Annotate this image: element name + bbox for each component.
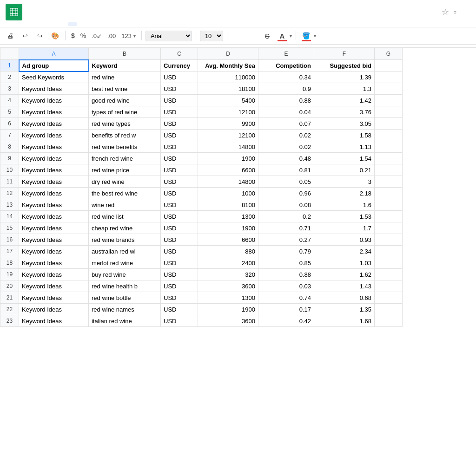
decimal-increase-button[interactable]: .00 bbox=[106, 33, 118, 39]
star-icon[interactable]: ☆ bbox=[442, 7, 449, 17]
cell-r8c1[interactable]: Keyword Ideas bbox=[19, 141, 89, 153]
strikethrough-button[interactable]: S bbox=[261, 29, 274, 42]
row-header-1[interactable]: 1 bbox=[0, 60, 19, 72]
cell-r2c7[interactable] bbox=[375, 72, 403, 83]
col-header-d[interactable]: D bbox=[198, 48, 258, 60]
cell-r9c3[interactable]: USD bbox=[161, 153, 198, 164]
cell-r18c2[interactable]: merlot red wine bbox=[89, 257, 161, 269]
cell-r4c6[interactable]: 1.42 bbox=[314, 95, 375, 106]
cell-r20c5[interactable]: 0.03 bbox=[258, 280, 314, 292]
cell-r13c7[interactable] bbox=[375, 199, 403, 211]
more-formats-button[interactable]: 123 ▾ bbox=[119, 33, 138, 39]
cell-r3c3[interactable]: USD bbox=[161, 83, 198, 95]
cell-r7c6[interactable]: 1.58 bbox=[314, 130, 375, 141]
undo-button[interactable]: ↩ bbox=[19, 29, 32, 42]
folder-icon[interactable]: ▫ bbox=[454, 7, 456, 17]
cell-r10c6[interactable]: 0.21 bbox=[314, 164, 375, 176]
cell-r19c4[interactable]: 320 bbox=[198, 269, 258, 280]
cell-r17c3[interactable]: USD bbox=[161, 246, 198, 257]
cell-r20c6[interactable]: 1.43 bbox=[314, 280, 375, 292]
cell-r12c2[interactable]: the best red wine bbox=[89, 188, 161, 199]
cell-r12c5[interactable]: 0.96 bbox=[258, 188, 314, 199]
cell-r15c1[interactable]: Keyword Ideas bbox=[19, 222, 89, 234]
redo-button[interactable]: ↪ bbox=[33, 29, 46, 42]
cell-r1c5[interactable]: Competition bbox=[258, 60, 314, 72]
cell-r16c4[interactable]: 6600 bbox=[198, 234, 258, 246]
cell-r1c4[interactable]: Avg. Monthly Sea bbox=[198, 60, 258, 72]
cell-r11c7[interactable] bbox=[375, 176, 403, 188]
cell-r3c1[interactable]: Keyword Ideas bbox=[19, 83, 89, 95]
row-header-18[interactable]: 18 bbox=[0, 257, 19, 269]
menu-file[interactable] bbox=[27, 22, 36, 26]
menu-addons[interactable] bbox=[99, 22, 108, 26]
cell-r14c2[interactable]: red wine list bbox=[89, 211, 161, 222]
cell-r22c4[interactable]: 1900 bbox=[198, 304, 258, 315]
cell-r9c6[interactable]: 1.54 bbox=[314, 153, 375, 164]
menu-insert[interactable] bbox=[58, 22, 67, 26]
cell-r6c6[interactable]: 3.05 bbox=[314, 118, 375, 130]
cell-r18c4[interactable]: 2400 bbox=[198, 257, 258, 269]
cell-r15c2[interactable]: cheap red wine bbox=[89, 222, 161, 234]
row-header-22[interactable]: 22 bbox=[0, 304, 19, 315]
cell-r22c2[interactable]: red wine names bbox=[89, 304, 161, 315]
bold-button[interactable] bbox=[231, 29, 244, 42]
cell-r4c3[interactable]: USD bbox=[161, 95, 198, 106]
cell-r12c6[interactable]: 2.18 bbox=[314, 188, 375, 199]
cell-r12c4[interactable]: 1000 bbox=[198, 188, 258, 199]
cell-r2c4[interactable]: 110000 bbox=[198, 72, 258, 83]
cell-r2c2[interactable]: red wine bbox=[89, 72, 161, 83]
cell-r21c5[interactable]: 0.74 bbox=[258, 292, 314, 304]
col-header-a[interactable]: A bbox=[19, 48, 89, 60]
cell-r15c6[interactable]: 1.7 bbox=[314, 222, 375, 234]
decimal-decrease-button[interactable]: .0↙ bbox=[90, 33, 104, 39]
cell-r13c6[interactable]: 1.6 bbox=[314, 199, 375, 211]
cell-r17c6[interactable]: 2.34 bbox=[314, 246, 375, 257]
cell-r13c3[interactable]: USD bbox=[161, 199, 198, 211]
cell-r1c2[interactable]: Keyword bbox=[89, 60, 161, 72]
cell-r4c5[interactable]: 0.88 bbox=[258, 95, 314, 106]
cell-r11c3[interactable]: USD bbox=[161, 176, 198, 188]
cell-r13c2[interactable]: wine red bbox=[89, 199, 161, 211]
cell-r19c7[interactable] bbox=[375, 269, 403, 280]
cell-r8c2[interactable]: red wine benefits bbox=[89, 141, 161, 153]
cell-r19c5[interactable]: 0.88 bbox=[258, 269, 314, 280]
cell-r15c3[interactable]: USD bbox=[161, 222, 198, 234]
spreadsheet-container[interactable]: A B C D E F G 1Ad groupKeywordCurrencyAv… bbox=[0, 48, 476, 327]
row-header-17[interactable]: 17 bbox=[0, 246, 19, 257]
cell-r21c3[interactable]: USD bbox=[161, 292, 198, 304]
cell-r10c4[interactable]: 6600 bbox=[198, 164, 258, 176]
cell-r16c7[interactable] bbox=[375, 234, 403, 246]
cell-r5c2[interactable]: types of red wine bbox=[89, 106, 161, 118]
cell-r21c1[interactable]: Keyword Ideas bbox=[19, 292, 89, 304]
cell-r18c1[interactable]: Keyword Ideas bbox=[19, 257, 89, 269]
row-header-10[interactable]: 10 bbox=[0, 164, 19, 176]
cell-r7c4[interactable]: 12100 bbox=[198, 130, 258, 141]
cell-r14c1[interactable]: Keyword Ideas bbox=[19, 211, 89, 222]
cell-r8c5[interactable]: 0.02 bbox=[258, 141, 314, 153]
cell-r14c4[interactable]: 1300 bbox=[198, 211, 258, 222]
cell-r5c1[interactable]: Keyword Ideas bbox=[19, 106, 89, 118]
row-header-7[interactable]: 7 bbox=[0, 130, 19, 141]
cell-r22c1[interactable]: Keyword Ideas bbox=[19, 304, 89, 315]
print-button[interactable]: 🖨 bbox=[4, 29, 17, 42]
cell-r10c1[interactable]: Keyword Ideas bbox=[19, 164, 89, 176]
cell-r17c1[interactable]: Keyword Ideas bbox=[19, 246, 89, 257]
cell-r8c4[interactable]: 14800 bbox=[198, 141, 258, 153]
row-header-23[interactable]: 23 bbox=[0, 315, 19, 327]
row-header-19[interactable]: 19 bbox=[0, 269, 19, 280]
cell-r23c6[interactable]: 1.68 bbox=[314, 315, 375, 327]
cell-r20c4[interactable]: 3600 bbox=[198, 280, 258, 292]
cell-r3c2[interactable]: best red wine bbox=[89, 83, 161, 95]
row-header-9[interactable]: 9 bbox=[0, 153, 19, 164]
cell-r23c5[interactable]: 0.42 bbox=[258, 315, 314, 327]
cell-r17c2[interactable]: australian red wi bbox=[89, 246, 161, 257]
cell-r7c7[interactable] bbox=[375, 130, 403, 141]
cell-r23c1[interactable]: Keyword Ideas bbox=[19, 315, 89, 327]
row-header-13[interactable]: 13 bbox=[0, 199, 19, 211]
cell-r9c5[interactable]: 0.48 bbox=[258, 153, 314, 164]
cell-r22c3[interactable]: USD bbox=[161, 304, 198, 315]
menu-format[interactable] bbox=[68, 22, 77, 26]
fill-color-chevron[interactable]: ▾ bbox=[314, 33, 316, 39]
cell-r6c5[interactable]: 0.07 bbox=[258, 118, 314, 130]
font-color-chevron[interactable]: ▾ bbox=[290, 33, 292, 39]
